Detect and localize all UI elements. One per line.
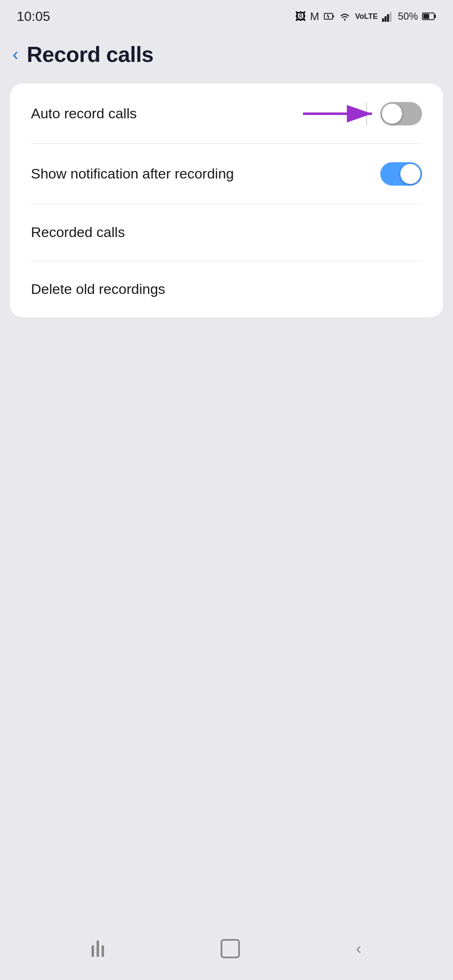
svg-rect-7 bbox=[387, 14, 389, 22]
battery-text: 50% bbox=[398, 10, 418, 22]
delete-recordings-setting[interactable]: Delete old recordings bbox=[10, 261, 443, 318]
svg-rect-5 bbox=[382, 18, 384, 22]
settings-card: Auto record calls Show notification afte… bbox=[10, 84, 443, 317]
status-bar: 10:05 🖼 M VoLTE 50% bbox=[0, 0, 453, 29]
auto-record-right bbox=[366, 102, 422, 125]
battery-icon bbox=[422, 11, 436, 22]
recorded-calls-label: Recorded calls bbox=[31, 222, 422, 242]
auto-record-toggle[interactable] bbox=[380, 102, 422, 125]
toggle-knob-on bbox=[400, 164, 420, 184]
photo-icon: 🖼 bbox=[295, 10, 306, 23]
home-button[interactable] bbox=[221, 939, 240, 958]
recents-button[interactable] bbox=[92, 940, 104, 957]
svg-rect-1 bbox=[333, 15, 334, 18]
back-nav-icon: ‹ bbox=[356, 940, 361, 958]
gmail-icon: M bbox=[310, 10, 319, 23]
show-notification-setting[interactable]: Show notification after recording bbox=[10, 144, 443, 204]
navigation-bar: ‹ bbox=[0, 926, 453, 980]
status-icons: 🖼 M VoLTE 50% bbox=[295, 10, 436, 23]
home-icon bbox=[221, 939, 240, 958]
auto-record-setting[interactable]: Auto record calls bbox=[10, 84, 443, 144]
status-time: 10:05 bbox=[17, 9, 50, 24]
recorded-calls-setting[interactable]: Recorded calls bbox=[10, 204, 443, 261]
svg-rect-8 bbox=[389, 12, 392, 22]
page-title: Record calls bbox=[27, 42, 153, 67]
show-notification-toggle[interactable] bbox=[380, 162, 422, 186]
back-button[interactable]: ‹ bbox=[13, 46, 18, 63]
show-notification-right bbox=[380, 162, 422, 186]
svg-rect-11 bbox=[434, 15, 436, 18]
back-nav-button[interactable]: ‹ bbox=[356, 940, 361, 958]
wifi-icon bbox=[338, 11, 351, 22]
svg-rect-6 bbox=[384, 16, 387, 22]
battery-saver-icon bbox=[323, 11, 334, 22]
purple-arrow-icon bbox=[299, 101, 382, 126]
toggle-knob bbox=[382, 104, 402, 124]
volte-icon: VoLTE bbox=[355, 12, 378, 21]
svg-rect-10 bbox=[423, 14, 429, 19]
page-header: ‹ Record calls bbox=[0, 29, 453, 79]
delete-recordings-label: Delete old recordings bbox=[31, 279, 422, 299]
show-notification-label: Show notification after recording bbox=[31, 164, 380, 184]
recents-icon bbox=[92, 940, 104, 957]
signal-icon bbox=[382, 11, 394, 22]
